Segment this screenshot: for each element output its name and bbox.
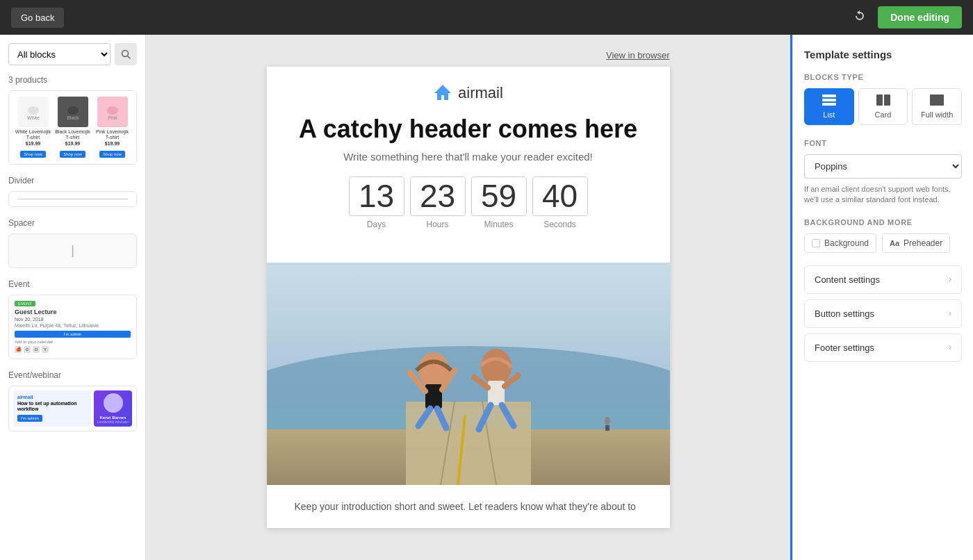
background-section: BACKGROUND AND MORE Background Aa Prehea… bbox=[804, 218, 962, 253]
preheader-button[interactable]: Aa Preheader bbox=[882, 233, 950, 253]
button-settings-accordion[interactable]: Button settings › bbox=[804, 299, 962, 328]
product-shop-btn-2[interactable]: Shop now bbox=[60, 151, 85, 158]
sidebar-section-products: 3 products White White Lovemojik T-shirt… bbox=[8, 75, 137, 165]
blocks-type-card-label: Card bbox=[875, 110, 892, 119]
preheader-icon: Aa bbox=[890, 239, 899, 247]
svg-rect-35 bbox=[930, 94, 944, 106]
countdown-days-label: Days bbox=[349, 220, 404, 229]
blocks-type-fullwidth-button[interactable]: Full width bbox=[912, 88, 962, 125]
product-image-2: Black bbox=[58, 97, 88, 127]
product-image-1: White bbox=[18, 97, 49, 127]
history-button[interactable] bbox=[849, 5, 871, 31]
sidebar-search-bar: All blocks bbox=[8, 43, 137, 65]
sidebar-section-divider: Divider bbox=[8, 176, 137, 207]
svg-point-4 bbox=[67, 106, 79, 115]
fullwidth-icon bbox=[930, 94, 944, 108]
airmail-logo-icon bbox=[433, 83, 452, 103]
webinar-title: How to set up automation workflow bbox=[17, 401, 87, 413]
svg-text:Black: Black bbox=[67, 115, 79, 120]
divider-block-preview[interactable] bbox=[8, 191, 137, 207]
event-join-button[interactable]: I'm admin bbox=[15, 331, 131, 338]
svg-point-22 bbox=[481, 349, 512, 385]
outlook-calendar-icon: O bbox=[33, 346, 40, 353]
svg-rect-34 bbox=[884, 94, 890, 106]
background-color-dot bbox=[812, 239, 820, 247]
webinar-logo: airmail bbox=[17, 395, 87, 400]
blocks-type-card-button[interactable]: Card bbox=[858, 88, 908, 125]
svg-line-1 bbox=[128, 56, 131, 59]
apple-calendar-icon: 🍎 bbox=[15, 346, 22, 353]
svg-text:Pink: Pink bbox=[108, 115, 117, 120]
blocks-filter-select[interactable]: All blocks bbox=[8, 43, 111, 65]
product-shop-btn-1[interactable]: Shop now bbox=[20, 151, 46, 158]
font-section-label: FONT bbox=[804, 139, 962, 147]
svg-text:White: White bbox=[27, 115, 40, 120]
countdown-hours-value: 23 bbox=[410, 176, 466, 216]
search-button[interactable] bbox=[115, 43, 137, 65]
event-block-preview[interactable]: EVENT Guest Lecture Nov 20, 2018 Malelth… bbox=[8, 295, 137, 359]
event-webinar-block-preview[interactable]: airmail How to set up automation workflo… bbox=[8, 386, 137, 431]
product-item-3: Pink Pink Lovemojik T-shirt $19.99 Shop … bbox=[94, 97, 131, 158]
list-icon bbox=[822, 94, 836, 108]
view-in-browser-button[interactable]: View in browser bbox=[606, 50, 670, 60]
product-shop-btn-3[interactable]: Shop now bbox=[99, 151, 125, 158]
product-name-3: Pink Lovemojik T-shirt bbox=[94, 129, 131, 141]
svg-rect-29 bbox=[605, 425, 610, 431]
webinar-button[interactable]: I'm admin bbox=[17, 415, 42, 422]
event-date: Nov 20, 2018 bbox=[15, 317, 131, 322]
content-settings-label: Content settings bbox=[815, 274, 880, 285]
webinar-avatar bbox=[104, 393, 123, 413]
blocks-type-options: List Card Full width bbox=[804, 88, 962, 125]
view-in-browser-bar: View in browser bbox=[267, 49, 670, 61]
sidebar-section-event-webinar: Event/webinar airmail How to set up auto… bbox=[8, 370, 137, 431]
event-title: Guest Lecture bbox=[15, 308, 131, 315]
product-name-1: White Lovemojik T-shirt bbox=[15, 129, 51, 141]
preheader-button-label: Preheader bbox=[903, 238, 942, 248]
yahoo-calendar-icon: Y bbox=[42, 346, 49, 353]
divider-line bbox=[17, 199, 128, 199]
right-panel: Template settings BLOCKS TYPE List Card bbox=[792, 35, 973, 560]
background-button[interactable]: Background bbox=[804, 233, 876, 253]
font-select[interactable]: Poppins Arial Georgia Helvetica bbox=[804, 154, 962, 179]
airmail-logo: airmail bbox=[284, 83, 653, 103]
topbar-right: Done editing bbox=[849, 5, 962, 31]
svg-rect-31 bbox=[822, 99, 836, 101]
event-webinar-section-title: Event/webinar bbox=[8, 370, 137, 380]
email-header: airmail A catchy header comes here Write… bbox=[267, 67, 670, 263]
sidebar-section-event: Event EVENT Guest Lecture Nov 20, 2018 M… bbox=[8, 279, 137, 359]
calendar-icons: 🍎 G O Y bbox=[15, 346, 131, 353]
event-badge: EVENT bbox=[15, 301, 35, 306]
email-body-text: Keep your introduction short and sweet. … bbox=[267, 485, 670, 528]
countdown-days: 13 Days bbox=[349, 176, 404, 229]
footer-settings-label: Footer settings bbox=[815, 343, 874, 353]
blocks-type-list-button[interactable]: List bbox=[804, 88, 854, 125]
event-location: Malelth Ln, Purple 48, Tottuz, Lithuania bbox=[15, 323, 131, 328]
svg-rect-33 bbox=[876, 94, 883, 106]
footer-settings-accordion[interactable]: Footer settings › bbox=[804, 333, 962, 362]
countdown-hours: 23 Hours bbox=[410, 176, 466, 229]
product-price-1: $19.99 bbox=[15, 141, 51, 146]
countdown: 13 Days 23 Hours 59 Minutes 40 Seconds bbox=[284, 176, 653, 229]
go-back-button[interactable]: Go back bbox=[11, 8, 64, 28]
content-settings-accordion[interactable]: Content settings › bbox=[804, 265, 962, 294]
done-editing-button[interactable]: Done editing bbox=[878, 6, 962, 28]
blocks-type-label: BLOCKS TYPE bbox=[804, 73, 962, 81]
svg-rect-32 bbox=[822, 103, 836, 106]
svg-rect-30 bbox=[822, 94, 836, 97]
products-preview-inner: White White Lovemojik T-shirt $19.99 Sho… bbox=[9, 91, 136, 164]
spacer-block-preview[interactable]: | bbox=[8, 233, 137, 268]
canvas-area: View in browser airmail A catchy header … bbox=[146, 35, 790, 560]
footer-settings-chevron: › bbox=[949, 343, 951, 352]
countdown-seconds: 40 Seconds bbox=[532, 176, 588, 229]
content-settings-chevron: › bbox=[949, 274, 951, 284]
svg-rect-23 bbox=[488, 381, 505, 405]
products-block-preview[interactable]: White White Lovemojik T-shirt $19.99 Sho… bbox=[8, 90, 137, 165]
airmail-logo-text: airmail bbox=[458, 84, 503, 102]
webinar-presenter-role: Leadership educator bbox=[97, 420, 129, 424]
countdown-days-value: 13 bbox=[349, 176, 404, 216]
event-section-title: Event bbox=[8, 279, 137, 289]
product-item-1: White White Lovemojik T-shirt $19.99 Sho… bbox=[15, 97, 51, 158]
email-hero-title: A catchy header comes here bbox=[284, 114, 653, 144]
svg-point-6 bbox=[107, 106, 118, 115]
countdown-hours-label: Hours bbox=[410, 220, 466, 229]
